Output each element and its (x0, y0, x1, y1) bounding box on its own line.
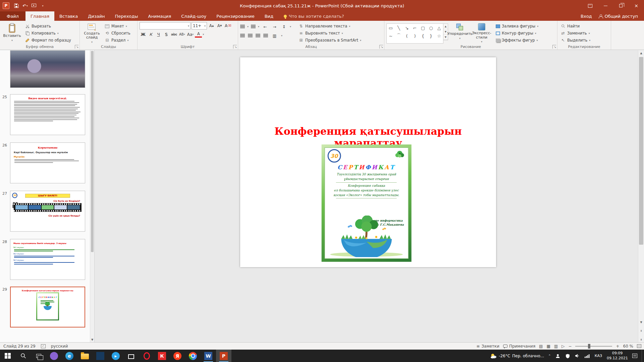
taskbar-app-blue-circle[interactable]: ▸ (108, 350, 123, 362)
main-scrollbar[interactable]: ▲ ▼ ⇞ ⇟ (638, 50, 644, 342)
text-shadow-button[interactable]: S (163, 31, 170, 38)
language-switcher[interactable]: КАЗ (594, 354, 603, 358)
ribbon-display-options-button[interactable]: ⌃ (582, 0, 598, 11)
smartart-button[interactable]: ⊞ Преобразовать в SmartArt▾ (298, 37, 362, 44)
font-name-select[interactable]: ▾ (140, 22, 191, 29)
character-spacing-button[interactable]: АВ▾ (178, 31, 186, 38)
zoom-level[interactable]: 60 % (623, 344, 634, 349)
font-size-select[interactable]: 11+▾ (192, 22, 207, 29)
font-color-button[interactable]: А (195, 32, 202, 38)
shape-fill-button[interactable]: Заливка фигуры▾ (495, 23, 539, 29)
align-left-icon[interactable] (240, 34, 245, 38)
taskbar-yandex-browser[interactable]: Я (170, 350, 185, 362)
tab-file[interactable]: Файл (0, 11, 25, 21)
slide-26-thumbnail[interactable]: Қорытынды Кері байланыс. Оқушылар мен мұ… (10, 142, 85, 183)
normal-view-button[interactable]: ▤ (539, 344, 543, 349)
previous-slide-icon[interactable]: ⇞ (638, 328, 644, 334)
fit-to-window-icon[interactable] (637, 344, 641, 348)
clock[interactable]: 09:09 09.12.2021 (607, 351, 628, 361)
tab-insert[interactable]: Вставка (54, 11, 83, 21)
find-button[interactable]: Найти (559, 23, 591, 29)
dialog-launcher-icon[interactable]: ↘ (75, 45, 78, 49)
show-desktop-button[interactable] (642, 350, 643, 362)
text-direction-button[interactable]: ⇅ Направление текста▾ (298, 23, 362, 29)
shape-icon-11[interactable]: { (419, 32, 427, 40)
shape-icon-0[interactable]: ▭ (387, 24, 395, 32)
format-painter-button[interactable]: Формат по образцу (24, 37, 72, 44)
select-button[interactable]: ↖ Выделить▾ (559, 37, 591, 44)
slide-27-thumbnail[interactable]: 30 ШЫГУ БИЛЕТІ Сіз бүгін не білдіңіз? Сі… (10, 191, 85, 232)
increase-indent-icon[interactable]: → (271, 23, 278, 30)
tell-me-box[interactable]: Что вы хотите сделать? (284, 11, 344, 21)
network-icon[interactable] (584, 353, 590, 359)
dialog-launcher-icon[interactable]: ↘ (233, 45, 237, 49)
strikethrough-button[interactable]: abc (170, 31, 178, 38)
tab-review[interactable]: Рецензирование (211, 11, 259, 21)
weather-widget[interactable]: -26°C Пер. облачно... (490, 353, 544, 359)
tab-transitions[interactable]: Переходы (110, 11, 143, 21)
slideshow-view-button[interactable]: ▷ (561, 344, 565, 349)
taskbar-app-navy[interactable] (93, 350, 108, 362)
shape-icon-4[interactable]: ▢ (419, 24, 427, 32)
thumbnails-scrollbar[interactable]: ▼ (90, 50, 94, 342)
tab-view[interactable]: Вид (260, 11, 278, 21)
customize-quick-access-icon[interactable]: ▾ (38, 1, 47, 10)
volume-icon[interactable] (575, 353, 580, 359)
slide-28-thumbnail[interactable]: Мына сауалнаманы бөліп алыңдар. 3 оқушы … (10, 239, 85, 280)
taskbar-app-purple[interactable] (46, 350, 62, 362)
notes-button[interactable]: ≡Заметки (476, 344, 499, 349)
dialog-launcher-icon[interactable]: ↘ (552, 45, 556, 49)
shape-icon-5[interactable]: ○ (427, 24, 435, 32)
sign-in-button[interactable]: Вход (581, 14, 592, 19)
scroll-up-icon[interactable]: ▲ (638, 50, 644, 56)
decrease-font-icon[interactable]: А▼ (216, 22, 223, 29)
action-center-icon[interactable] (632, 353, 638, 359)
people-icon[interactable] (555, 353, 561, 359)
columns-icon[interactable]: ▥ (271, 32, 278, 39)
shape-icon-7[interactable]: ~ (387, 32, 395, 40)
minimize-button[interactable] (598, 0, 613, 11)
taskbar-file-explorer[interactable] (77, 350, 93, 362)
tab-home[interactable]: Главная (25, 11, 54, 21)
align-text-button[interactable]: ≡ Выровнять текст▾ (298, 30, 362, 37)
shape-outline-button[interactable]: Контур фигуры▾ (495, 30, 539, 37)
zoom-out-button[interactable]: − (568, 344, 572, 349)
arrange-button[interactable]: Упорядочить▾ (450, 22, 470, 44)
shape-icon-9[interactable]: ( (403, 32, 411, 40)
change-case-button[interactable]: Аа▾ (186, 31, 195, 38)
save-icon[interactable] (12, 1, 21, 10)
shape-icon-3[interactable]: ⌐ (411, 24, 419, 32)
shape-icon-10[interactable]: ) (411, 32, 419, 40)
taskbar-app-red-k[interactable]: К (154, 350, 170, 362)
shape-icon-8[interactable]: ⌒ (395, 32, 403, 40)
slide-sorter-view-button[interactable]: ▦ (546, 344, 550, 349)
tab-design[interactable]: Дизайн (83, 11, 110, 21)
decrease-indent-icon[interactable]: ← (262, 23, 269, 30)
scroll-down-icon[interactable]: ▼ (638, 319, 644, 325)
slide-25-thumbnail[interactable]: Видео шағын көрсетіледі. (10, 94, 85, 135)
bullets-icon[interactable] (240, 25, 245, 29)
line-spacing-icon[interactable]: ↕ (280, 23, 287, 30)
italic-button[interactable]: К (147, 31, 154, 38)
underline-button[interactable]: Ч (155, 31, 162, 38)
undo-icon[interactable]: ↶▾ (21, 1, 30, 10)
align-right-icon[interactable] (256, 34, 260, 38)
shield-icon[interactable] (565, 353, 571, 359)
scroll-down-icon[interactable]: ▼ (90, 337, 94, 342)
dialog-launcher-icon[interactable]: ↘ (379, 45, 383, 49)
slide-29[interactable]: Конференция қатысушыларын марапаттау 30 … (240, 57, 496, 267)
new-slide-button[interactable]: * Создать слайд▾ (82, 22, 102, 44)
zoom-in-button[interactable]: + (616, 344, 619, 349)
justify-icon[interactable] (263, 34, 268, 38)
zoom-slider[interactable] (575, 346, 612, 347)
taskbar-powerpoint[interactable]: P (216, 350, 231, 362)
shape-icon-6[interactable]: △ (435, 24, 443, 32)
tab-slideshow[interactable]: Слайд-шоу (176, 11, 211, 21)
reading-view-button[interactable]: ▥ (554, 344, 558, 349)
taskbar-dropbox[interactable] (123, 350, 139, 362)
cut-button[interactable]: Вырезать (24, 23, 72, 29)
copy-button[interactable]: Копировать▾ (24, 30, 72, 37)
hidden-icons-chevron[interactable]: ⌃ (548, 354, 551, 358)
section-button[interactable]: ⊟ Раздел▾ (104, 37, 131, 44)
start-slideshow-icon[interactable] (30, 1, 38, 10)
